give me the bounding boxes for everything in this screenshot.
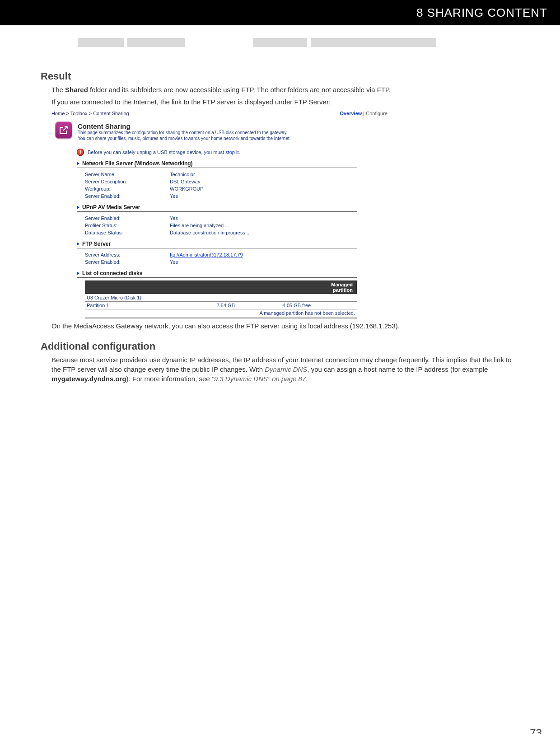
ftp-address-link[interactable]: ftp://Administrator@172.18.17.79 — [170, 252, 243, 257]
tab-placeholder — [253, 38, 307, 47]
tab-overview[interactable]: Overview — [340, 111, 362, 116]
chapter-title: SHARING CONTENT — [427, 6, 547, 20]
share-icon — [55, 122, 72, 139]
result-paragraph-3: On the MediaAccess Gateway network, you … — [51, 321, 521, 331]
table-row: Workgroup:WORKGROUP — [85, 185, 204, 192]
table-row: Server Enabled:Yes — [85, 215, 251, 222]
chevron-right-icon — [77, 271, 79, 275]
table-row: Server Name:Technicolor — [85, 171, 204, 178]
partition-row: Partition 1 7.54 GB 4.05 GB free — [85, 302, 357, 309]
panel-description: This page summarizes the configuration f… — [78, 130, 387, 141]
disks-table-header: Managed partition — [85, 281, 357, 294]
table-row: Database Status:Database construction in… — [85, 229, 251, 236]
chevron-right-icon — [77, 162, 79, 165]
nfs-section-header[interactable]: Network File Server (Windows Networking) — [77, 160, 357, 168]
additional-paragraph: Because most service providers use dynam… — [51, 355, 521, 383]
disks-note: A managed partition has not been selecte… — [85, 309, 357, 318]
page-number: 73 — [530, 727, 542, 734]
tab-configure[interactable]: Configure — [366, 111, 387, 116]
breadcrumb-toolbox[interactable]: Toolbox — [70, 111, 88, 116]
disk-name-row: U3 Cruzer Micro (Disk 1) — [85, 294, 357, 302]
cross-reference-link[interactable]: “9.3 Dynamic DNS” on page 87 — [212, 375, 306, 383]
breadcrumb[interactable]: Home > Toolbox > Content Sharing — [51, 111, 129, 116]
panel-title: Content Sharing — [78, 122, 387, 130]
disks-section-header[interactable]: List of connected disks — [77, 270, 357, 278]
warning-icon: ! — [77, 149, 84, 156]
result-paragraph-2: If you are connected to the Internet, th… — [51, 97, 521, 107]
unplug-warning: ! Before you can safely unplug a USB sto… — [77, 149, 390, 156]
table-row: Server Address:ftp://Administrator@172.1… — [85, 251, 243, 258]
table-row: Server Description:DSL Gateway — [85, 178, 204, 185]
ftp-section-header[interactable]: FTP Server — [77, 241, 357, 248]
chapter-number: 8 — [416, 6, 423, 20]
stop-link[interactable]: stop — [225, 150, 235, 155]
tab-strip — [0, 38, 560, 47]
additional-heading: Additional configuration — [41, 341, 524, 352]
table-row: Server Enabled:Yes — [85, 192, 204, 200]
chevron-right-icon — [77, 206, 79, 209]
view-tabs: Overview | Configure — [340, 111, 387, 116]
breadcrumb-home[interactable]: Home — [51, 111, 65, 116]
tab-placeholder — [311, 38, 436, 47]
table-row: Server Enabled:Yes — [85, 258, 243, 266]
tab-placeholder — [127, 38, 185, 47]
chevron-right-icon — [77, 242, 79, 246]
page-header: 8 SHARING CONTENT — [0, 0, 560, 25]
upnp-section-header[interactable]: UPnP AV Media Server — [77, 204, 357, 212]
tab-placeholder — [78, 38, 124, 47]
table-row: Profiler Status:Files are being analyzed… — [85, 222, 251, 229]
router-screenshot: Home > Toolbox > Content Sharing Overvie… — [51, 108, 390, 318]
result-heading: Result — [41, 70, 524, 82]
breadcrumb-current: Content Sharing — [93, 111, 129, 116]
result-paragraph-1: The Shared folder and its subfolders are… — [51, 85, 521, 94]
